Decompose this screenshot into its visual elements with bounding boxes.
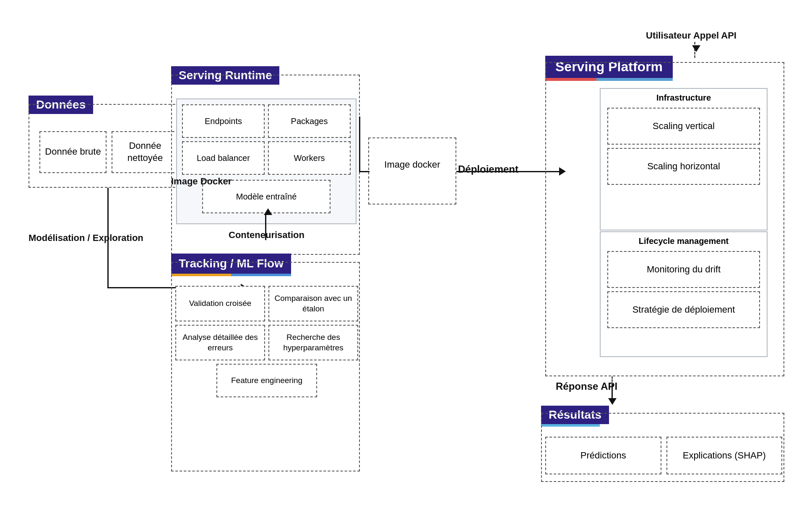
load-balancer-cell: Load balancer: [182, 141, 265, 175]
analyse-erreurs-cell: Analyse détaillée des erreurs: [175, 325, 265, 360]
modelisation-label: Modélisation / Exploration: [29, 233, 143, 243]
image-docker-label: Image Docker: [171, 176, 232, 187]
line-runtime-v: [359, 117, 360, 172]
arrow-down-utilisateur: [692, 45, 700, 52]
lifecycle-label: Lifecycle management: [601, 232, 767, 248]
deploiement-label: Déploiement: [458, 163, 518, 175]
tracking-cells: Validation croisée Comparaison avec un é…: [175, 286, 358, 397]
resultats-outer-box: Prédictions Explications (SHAP): [541, 413, 784, 482]
line-v-donnees: [107, 188, 109, 288]
packages-cell: Packages: [268, 104, 351, 138]
comparaison-cell: Comparaison avec un étalon: [268, 286, 358, 321]
donnee-nettoyee-cell: Donnée nettoyée: [112, 131, 179, 173]
tracking-row-1: Validation croisée Comparaison avec un é…: [175, 286, 358, 321]
runtime-inner-box: Endpoints Packages Load balancer Workers…: [176, 98, 357, 224]
reponse-label: Réponse API: [556, 381, 617, 392]
infra-label: Infrastructure: [601, 89, 767, 104]
arrow-up-conteneur: [264, 208, 272, 215]
scaling-vertical-cell: Scaling vertical: [607, 108, 760, 145]
strategie-deploiement-cell: Stratégie de déploiement: [607, 291, 760, 328]
line-runtime-h-to-docker: [359, 171, 370, 172]
diagram-container: Données Donnée brute Donnée nettoyée Mod…: [0, 0, 812, 505]
endpoints-cell: Endpoints: [182, 104, 265, 138]
predictions-cell: Prédictions: [545, 437, 661, 474]
line-v-serving-to-reponse: [612, 376, 613, 385]
workers-cell: Workers: [268, 141, 351, 175]
utilisateur-label: Utilisateur Appel API: [646, 30, 737, 41]
donnees-outer-box: Donnée brute Donnée nettoyée: [29, 104, 188, 188]
feature-engineering-cell: Feature engineering: [216, 364, 317, 397]
validation-croisee-cell: Validation croisée: [175, 286, 265, 321]
runtime-grid: Endpoints Packages Load balancer Workers: [177, 99, 356, 180]
image-docker-mid-text: Image docker: [369, 158, 455, 171]
explications-cell: Explications (SHAP): [666, 437, 783, 474]
scaling-horizontal-cell: Scaling horizontal: [607, 148, 760, 185]
donnee-brute-cell: Donnée brute: [39, 131, 107, 173]
tracking-outer-box: Validation croisée Comparaison avec un é…: [171, 262, 360, 471]
resultats-cells: Prédictions Explications (SHAP): [545, 437, 782, 474]
arrow-down-reponse: [608, 398, 617, 405]
infra-box: Infrastructure Scaling vertical Scaling …: [600, 88, 768, 230]
conteneurisation-label: Conteneurisation: [229, 230, 304, 241]
lifecycle-box: Lifecycle management Monitoring du drift…: [600, 231, 768, 357]
tracking-row-2: Analyse détaillée des erreurs Recherche …: [175, 325, 358, 360]
recherche-hyperparamètres-cell: Recherche des hyperparamètres: [268, 325, 358, 360]
monitoring-drift-cell: Monitoring du drift: [607, 251, 760, 288]
donnees-inner: Donnée brute Donnée nettoyée: [34, 128, 185, 176]
